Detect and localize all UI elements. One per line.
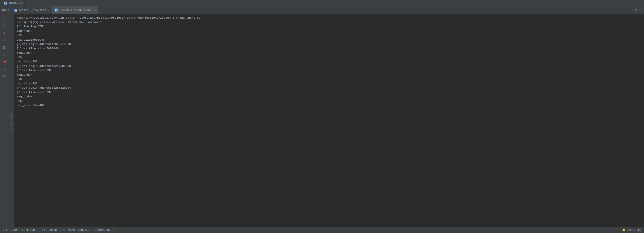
bottom-right: 🔔 Event Log [622,228,644,232]
console-line: [*]dex begin address:3266528084 [16,86,641,90]
run-bottom-label: 4: Run [25,228,35,232]
terminal-label: Terminal [98,228,110,232]
favorites-label: 2: Favorites [10,112,13,129]
print-icon[interactable]: 🖨 [1,66,8,72]
bottom-debug[interactable]: ⬡ 5: Debug [38,227,60,233]
console-line: magic:dex [16,29,641,34]
run-tab-label-1: lesson_5_ida_hook [18,9,46,12]
run-play-icon: ▶ [22,228,24,232]
softwrap-icon[interactable]: ⇥ [1,52,8,58]
console-line: [*] Running CTF [16,24,641,29]
terminal-icon: ▭ [95,228,96,232]
run-label: Run: [0,8,12,12]
console-line: dex_size:292 [16,82,641,86]
run-tab-icon-1: py [14,9,17,12]
run-tab-lesson8[interactable]: py lesson_8_frida_tuoke ✕ [52,6,98,14]
console-line: 035 [16,55,641,60]
console-line: [*]dex file size:5993048 [16,46,641,51]
python-file-icon: py [4,2,7,5]
console-output[interactable]: /Users/wxy/Desktop/venv/bin/python /User… [14,14,644,227]
pin-icon[interactable]: 📌 [1,59,8,65]
run-tab-close-2[interactable]: ✕ [93,8,95,12]
run-bar-actions: ⚙ — [635,8,644,12]
view-icon[interactable]: ☰ [1,44,8,51]
python-console-icon: Py [62,228,66,232]
console-line: [*]dex begin address:3267084288 [16,64,641,68]
todo-label: 6: TODO [6,228,16,232]
debug-icon: ⬡ [40,228,43,232]
minimize-button[interactable]: — [639,8,642,12]
scroll-up-icon[interactable]: ↑ [1,23,8,29]
bottom-python-console[interactable]: Py Python Console [60,227,92,233]
bottom-bar: ≡ 6: TODO ▶ 4: Run ⬡ 5: Debug Py Python … [0,227,644,233]
stop-icon[interactable]: ■ [1,30,8,36]
delete-icon[interactable]: 🗑 [1,73,8,80]
console-line: 035 [16,77,641,82]
console-line: 035 [16,99,641,104]
console-line: [*]dex file size:292 [16,90,641,95]
file-tab-bar: py imoney.py [0,0,644,6]
console-line: magic:dex [16,51,641,55]
settings-button[interactable]: ⚙ [635,8,638,12]
python-console-label: Python Console [67,228,89,232]
event-log-label: Event Log [627,228,641,232]
main-area: ↺ ↑ ■ ↓ ☰ ⇥ 📌 🖨 🗑 2: Favorites /Users/wx… [0,14,644,227]
todo-icon: ≡ [3,228,4,232]
console-line: dex 导出目录为:/data/data/com.iCitySuzhou.suz… [16,20,641,25]
favorites-bar[interactable]: 2: Favorites [9,14,14,227]
run-tab-lesson5[interactable]: py lesson_5_ida_hook ✕ [12,6,52,14]
event-log-button[interactable]: 🔔 Event Log [622,228,641,232]
console-line: [*]dex begin address:2959975860 [16,42,641,46]
console-line: [*]dex file size:292 [16,68,641,73]
scroll-down-icon[interactable]: ↓ [1,37,8,44]
console-line: magic:dex [16,73,641,77]
debug-label: 5: Debug [44,228,57,232]
console-line: 035 [16,33,641,38]
bottom-todo[interactable]: ≡ 6: TODO [0,227,20,233]
console-line: dex_size:5542488 [16,103,641,108]
file-tab-label: imoney.py [8,2,23,5]
console-line: /Users/wxy/Desktop/venv/bin/python /User… [16,16,641,20]
run-bar: Run: py lesson_5_ida_hook ✕ py lesson_8_… [0,6,644,14]
event-log-icon: 🔔 [622,228,626,232]
console-line: dex_size:292 [16,60,641,64]
run-sidebar: ↺ ↑ ■ ↓ ☰ ⇥ 📌 🖨 🗑 [0,14,9,227]
run-tab-label-2: lesson_8_frida_tuoke [59,8,91,12]
run-tab-close-1[interactable]: ✕ [48,9,50,12]
file-tab-imoney[interactable]: py imoney.py [2,0,26,6]
run-tab-icon-2: py [55,8,58,12]
console-line: dex_size:5993048 [16,38,641,42]
bottom-run[interactable]: ▶ 4: Run [20,227,38,233]
rerun-icon[interactable]: ↺ [1,16,8,22]
bottom-terminal[interactable]: ▭ Terminal [92,227,114,233]
console-line: magic:dex [16,94,641,99]
